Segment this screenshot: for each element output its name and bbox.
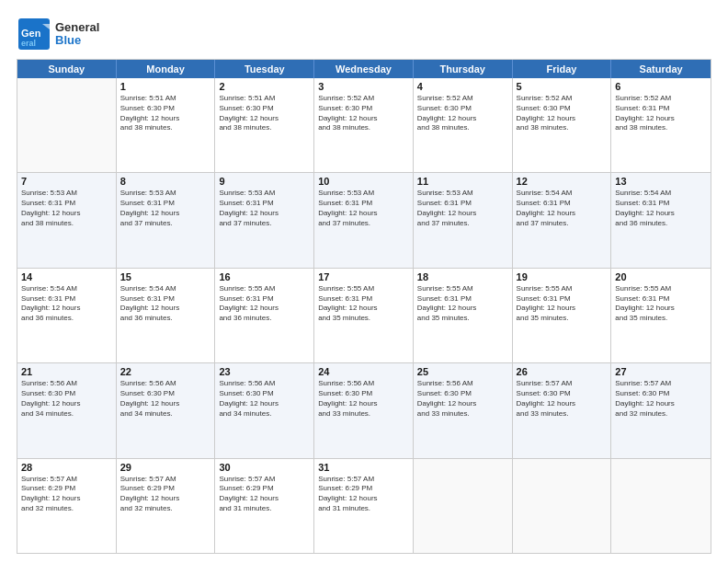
day-number: 29 <box>120 462 211 473</box>
logo-blue-text: Blue <box>55 34 99 47</box>
day-number: 1 <box>120 81 211 92</box>
calendar-cell-r4-c1: 29Sunrise: 5:57 AM Sunset: 6:29 PM Dayli… <box>117 459 216 553</box>
calendar-cell-r1-c2: 9Sunrise: 5:53 AM Sunset: 6:31 PM Daylig… <box>215 173 314 267</box>
day-info: Sunrise: 5:55 AM Sunset: 6:31 PM Dayligh… <box>517 284 608 324</box>
calendar-cell-r4-c0: 28Sunrise: 5:57 AM Sunset: 6:29 PM Dayli… <box>17 459 117 553</box>
day-info: Sunrise: 5:56 AM Sunset: 6:30 PM Dayligh… <box>417 379 508 419</box>
day-info: Sunrise: 5:57 AM Sunset: 6:29 PM Dayligh… <box>219 475 310 514</box>
day-info: Sunrise: 5:51 AM Sunset: 6:30 PM Dayligh… <box>219 94 310 133</box>
day-number: 9 <box>219 176 310 187</box>
weekday-header-thursday: Thursday <box>414 60 513 78</box>
calendar-cell-r4-c6 <box>611 459 711 553</box>
weekday-header-monday: Monday <box>117 60 216 78</box>
calendar-cell-r1-c6: 13Sunrise: 5:54 AM Sunset: 6:31 PM Dayli… <box>611 173 711 267</box>
day-number: 5 <box>517 81 608 92</box>
calendar-cell-r4-c3: 31Sunrise: 5:57 AM Sunset: 6:29 PM Dayli… <box>314 459 414 553</box>
calendar-cell-r3-c2: 23Sunrise: 5:56 AM Sunset: 6:30 PM Dayli… <box>215 363 314 457</box>
day-info: Sunrise: 5:52 AM Sunset: 6:30 PM Dayligh… <box>517 94 608 133</box>
day-number: 8 <box>120 176 211 187</box>
day-info: Sunrise: 5:55 AM Sunset: 6:31 PM Dayligh… <box>219 284 310 324</box>
logo-general-text: General <box>55 21 99 34</box>
calendar-cell-r2-c0: 14Sunrise: 5:54 AM Sunset: 6:31 PM Dayli… <box>17 269 117 362</box>
day-info: Sunrise: 5:54 AM Sunset: 6:31 PM Dayligh… <box>21 284 112 324</box>
calendar-cell-r2-c2: 16Sunrise: 5:55 AM Sunset: 6:31 PM Dayli… <box>215 269 314 362</box>
day-number: 27 <box>615 366 707 377</box>
day-info: Sunrise: 5:53 AM Sunset: 6:31 PM Dayligh… <box>318 189 409 228</box>
day-number: 21 <box>21 366 112 377</box>
day-info: Sunrise: 5:54 AM Sunset: 6:31 PM Dayligh… <box>120 284 211 324</box>
calendar-row-0: 1Sunrise: 5:51 AM Sunset: 6:30 PM Daylig… <box>17 78 711 172</box>
calendar-header: SundayMondayTuesdayWednesdayThursdayFrid… <box>17 60 711 78</box>
calendar-cell-r1-c4: 11Sunrise: 5:53 AM Sunset: 6:31 PM Dayli… <box>414 173 513 267</box>
day-number: 7 <box>21 176 112 187</box>
day-info: Sunrise: 5:56 AM Sunset: 6:30 PM Dayligh… <box>219 379 310 419</box>
calendar-cell-r2-c3: 17Sunrise: 5:55 AM Sunset: 6:31 PM Dayli… <box>314 269 414 362</box>
calendar-cell-r4-c4 <box>414 459 513 553</box>
day-number: 11 <box>417 176 508 187</box>
day-number: 12 <box>517 176 608 187</box>
day-info: Sunrise: 5:52 AM Sunset: 6:31 PM Dayligh… <box>615 94 707 133</box>
calendar-cell-r0-c1: 1Sunrise: 5:51 AM Sunset: 6:30 PM Daylig… <box>117 78 216 172</box>
calendar-row-1: 7Sunrise: 5:53 AM Sunset: 6:31 PM Daylig… <box>17 172 711 267</box>
calendar-cell-r1-c1: 8Sunrise: 5:53 AM Sunset: 6:31 PM Daylig… <box>117 173 216 267</box>
logo: Gen eral General Blue <box>17 17 99 52</box>
day-info: Sunrise: 5:55 AM Sunset: 6:31 PM Dayligh… <box>615 284 707 324</box>
weekday-header-wednesday: Wednesday <box>314 60 414 78</box>
day-info: Sunrise: 5:56 AM Sunset: 6:30 PM Dayligh… <box>120 379 211 419</box>
day-number: 10 <box>318 176 409 187</box>
weekday-header-sunday: Sunday <box>17 60 117 78</box>
day-number: 26 <box>517 366 608 377</box>
calendar: SundayMondayTuesdayWednesdayThursdayFrid… <box>17 59 711 554</box>
day-number: 28 <box>21 462 112 473</box>
calendar-cell-r0-c0 <box>17 78 117 172</box>
logo-svg: Gen eral <box>17 17 51 52</box>
day-number: 30 <box>219 462 310 473</box>
day-number: 19 <box>517 271 608 282</box>
page: Gen eral General Blue SundayMondayTuesda… <box>0 0 728 563</box>
calendar-cell-r2-c4: 18Sunrise: 5:55 AM Sunset: 6:31 PM Dayli… <box>414 269 513 362</box>
day-info: Sunrise: 5:57 AM Sunset: 6:30 PM Dayligh… <box>517 379 608 419</box>
day-number: 14 <box>21 271 112 282</box>
day-info: Sunrise: 5:54 AM Sunset: 6:31 PM Dayligh… <box>517 189 608 228</box>
day-number: 25 <box>417 366 508 377</box>
day-info: Sunrise: 5:57 AM Sunset: 6:30 PM Dayligh… <box>615 379 707 419</box>
calendar-cell-r4-c5 <box>513 459 612 553</box>
day-number: 24 <box>318 366 409 377</box>
day-info: Sunrise: 5:53 AM Sunset: 6:31 PM Dayligh… <box>219 189 310 228</box>
day-info: Sunrise: 5:57 AM Sunset: 6:29 PM Dayligh… <box>21 475 112 514</box>
calendar-cell-r1-c0: 7Sunrise: 5:53 AM Sunset: 6:31 PM Daylig… <box>17 173 117 267</box>
day-number: 17 <box>318 271 409 282</box>
calendar-cell-r0-c5: 5Sunrise: 5:52 AM Sunset: 6:30 PM Daylig… <box>513 78 612 172</box>
calendar-row-4: 28Sunrise: 5:57 AM Sunset: 6:29 PM Dayli… <box>17 458 711 553</box>
day-number: 4 <box>417 81 508 92</box>
calendar-cell-r3-c5: 26Sunrise: 5:57 AM Sunset: 6:30 PM Dayli… <box>513 363 612 457</box>
day-info: Sunrise: 5:52 AM Sunset: 6:30 PM Dayligh… <box>417 94 508 133</box>
day-number: 20 <box>615 271 707 282</box>
day-number: 15 <box>120 271 211 282</box>
day-info: Sunrise: 5:51 AM Sunset: 6:30 PM Dayligh… <box>120 94 211 133</box>
day-number: 16 <box>219 271 310 282</box>
calendar-cell-r2-c1: 15Sunrise: 5:54 AM Sunset: 6:31 PM Dayli… <box>117 269 216 362</box>
weekday-header-saturday: Saturday <box>611 60 711 78</box>
day-number: 23 <box>219 366 310 377</box>
calendar-cell-r1-c3: 10Sunrise: 5:53 AM Sunset: 6:31 PM Dayli… <box>314 173 414 267</box>
calendar-cell-r4-c2: 30Sunrise: 5:57 AM Sunset: 6:29 PM Dayli… <box>215 459 314 553</box>
header: Gen eral General Blue <box>17 17 711 52</box>
calendar-cell-r3-c4: 25Sunrise: 5:56 AM Sunset: 6:30 PM Dayli… <box>414 363 513 457</box>
day-number: 22 <box>120 366 211 377</box>
day-number: 6 <box>615 81 707 92</box>
calendar-cell-r2-c6: 20Sunrise: 5:55 AM Sunset: 6:31 PM Dayli… <box>611 269 711 362</box>
weekday-header-tuesday: Tuesday <box>215 60 314 78</box>
day-info: Sunrise: 5:53 AM Sunset: 6:31 PM Dayligh… <box>21 189 112 228</box>
calendar-cell-r0-c2: 2Sunrise: 5:51 AM Sunset: 6:30 PM Daylig… <box>215 78 314 172</box>
day-info: Sunrise: 5:55 AM Sunset: 6:31 PM Dayligh… <box>417 284 508 324</box>
day-number: 3 <box>318 81 409 92</box>
calendar-cell-r3-c1: 22Sunrise: 5:56 AM Sunset: 6:30 PM Dayli… <box>117 363 216 457</box>
calendar-cell-r0-c3: 3Sunrise: 5:52 AM Sunset: 6:30 PM Daylig… <box>314 78 414 172</box>
calendar-cell-r0-c6: 6Sunrise: 5:52 AM Sunset: 6:31 PM Daylig… <box>611 78 711 172</box>
calendar-row-3: 21Sunrise: 5:56 AM Sunset: 6:30 PM Dayli… <box>17 362 711 457</box>
day-info: Sunrise: 5:57 AM Sunset: 6:29 PM Dayligh… <box>318 475 409 514</box>
day-info: Sunrise: 5:56 AM Sunset: 6:30 PM Dayligh… <box>318 379 409 419</box>
calendar-body: 1Sunrise: 5:51 AM Sunset: 6:30 PM Daylig… <box>17 78 711 553</box>
calendar-cell-r3-c6: 27Sunrise: 5:57 AM Sunset: 6:30 PM Dayli… <box>611 363 711 457</box>
